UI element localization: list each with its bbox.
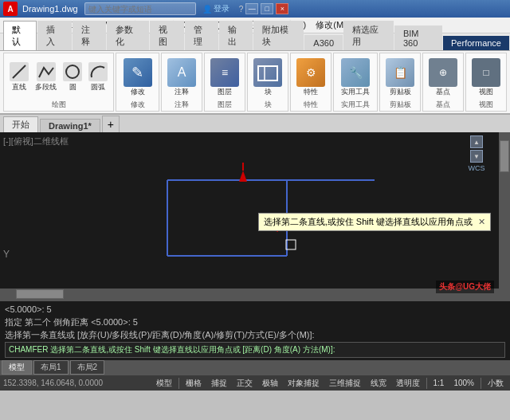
clipboard-icon: 📋 (386, 58, 414, 87)
group-props: ⚙ 特性 特性 (290, 53, 332, 112)
btn-clipboard[interactable]: 📋 剪贴板 (383, 57, 417, 99)
login-label[interactable]: 登录 (214, 3, 230, 14)
group-annotate: A 注释 注释 (161, 53, 202, 112)
group-basepoint: ⊕ 基点 基点 (422, 53, 464, 112)
btn-view[interactable]: □ 视图 (469, 57, 503, 99)
status-lw[interactable]: 线宽 (367, 378, 390, 389)
btn-annotate[interactable]: A 注释 (165, 57, 198, 99)
tab-annotate[interactable]: 注释 (73, 21, 106, 50)
btn-modify[interactable]: ✎ 修改 (121, 57, 155, 99)
status-zoom[interactable]: 1:1 (430, 379, 448, 387)
btn-layers-label: 图层 (218, 87, 232, 97)
btn-arc[interactable]: 圆弧 (86, 61, 110, 94)
group-draw-label: 绘图 (52, 100, 66, 110)
canvas-area: [-][俯视]二维线框 Y 选择第二条直线,或按住 Shift 键选择直线以应用… (0, 132, 510, 300)
circle-icon (63, 62, 82, 81)
tab-view[interactable]: 视图 (150, 21, 183, 50)
add-drawing-btn[interactable]: + (102, 116, 120, 132)
tab-output[interactable]: 输出 (219, 21, 253, 50)
nav-down[interactable]: ▼ (470, 150, 483, 163)
drawing-tab-bar: 开始 Drawing1* + (0, 115, 510, 132)
layout-tab-2[interactable]: 布局2 (70, 360, 105, 375)
tooltip-close[interactable]: ✕ (478, 217, 485, 226)
status-units[interactable]: 小数 (484, 378, 507, 389)
props-icon: ⚙ (296, 58, 325, 87)
tooltip-text: 选择第二条直线,或按住 Shift 键选择直线以应用角点或 (264, 217, 473, 226)
scrollbar-thumb-v[interactable] (500, 140, 509, 172)
layout-tab-1[interactable]: 布局1 (33, 360, 69, 375)
layout-tab-model[interactable]: 模型 (2, 360, 32, 375)
help-btn[interactable]: ? (239, 5, 244, 14)
btn-layers[interactable]: ≡ 图层 (208, 57, 241, 99)
group-block: 块 块 (247, 53, 288, 112)
btn-view-label: 视图 (479, 87, 493, 97)
svg-line-0 (13, 65, 26, 78)
tab-performance[interactable]: Performance (443, 36, 509, 50)
group-props-label: 特性 (304, 100, 318, 110)
btn-basepoint[interactable]: ⊕ 基点 (426, 57, 460, 99)
bottom-area: 模型 布局1 布局2 152.3398, 146.0648, 0.0000 模型… (0, 360, 510, 391)
status-divider-1 (178, 378, 179, 389)
group-clipboard: 📋 剪贴板 剪贴板 (379, 53, 421, 112)
tab-a360[interactable]: A360 (304, 35, 343, 50)
layers-icon: ≡ (210, 58, 239, 87)
group-utils: 🔧 实用工具 实用工具 (333, 53, 378, 112)
cmd-text-1: <5.0000>: 5 (5, 304, 52, 314)
group-view: □ 视图 视图 (465, 53, 507, 112)
btn-arc-label: 圆弧 (91, 82, 105, 92)
tab-default[interactable]: 默认 (3, 21, 37, 50)
status-3dsnap[interactable]: 三维捕捉 (326, 378, 364, 389)
status-polar[interactable]: 极轴 (259, 378, 281, 389)
cmd-line-2: 指定 第二个 倒角距离 <5.0000>: 5 (5, 316, 505, 328)
tab-bim360[interactable]: BIM 360 (394, 26, 442, 50)
btn-modify-label: 修改 (131, 87, 145, 97)
title-search-input[interactable] (84, 2, 196, 15)
btn-polyline[interactable]: 多段线 (33, 61, 59, 94)
nav-up[interactable]: ▲ (470, 135, 483, 148)
modify-icon: ✎ (124, 58, 152, 87)
btn-line[interactable]: 直线 (7, 61, 31, 94)
btn-props[interactable]: ⚙ 特性 (294, 57, 328, 99)
minimize-btn[interactable]: — (245, 3, 258, 14)
btn-block[interactable]: 块 (251, 57, 284, 99)
btn-utils[interactable]: 🔧 实用工具 (339, 57, 372, 99)
ribbon-panel: 直线 多段线 圆 圆弧 绘图 (0, 51, 510, 115)
title-filename: Drawing1.dwg (22, 4, 78, 14)
scrollbar-thumb-h[interactable] (16, 289, 64, 299)
btn-circle[interactable]: 圆 (61, 61, 84, 94)
tab-addmodule[interactable]: 附加模块 (253, 21, 304, 50)
scrollbar-vertical[interactable] (499, 132, 510, 300)
status-divider-3 (481, 378, 481, 389)
command-area: <5.0000>: 5 指定 第二个 倒角距离 <5.0000>: 5 选择第一… (0, 300, 510, 360)
layout-tab-bar: 模型 布局1 布局2 (0, 360, 510, 375)
status-ortho[interactable]: 正交 (233, 378, 256, 389)
group-draw: 直线 多段线 圆 圆弧 绘图 (3, 53, 114, 112)
scrollbar-horizontal[interactable] (0, 289, 499, 300)
group-basepoint-label: 基点 (436, 100, 450, 110)
tab-parametric[interactable]: 参数化 (107, 21, 149, 50)
ribbon-tab-bar: 默认 插入 注释 参数化 视图 管理 输出 附加模块 A360 精选应用 BIM… (0, 33, 510, 51)
status-percent[interactable]: 100% (450, 379, 477, 387)
tab-start[interactable]: 开始 (3, 116, 38, 132)
tab-featured[interactable]: 精选应用 (343, 21, 394, 50)
status-osnap[interactable]: 对象捕捉 (284, 378, 323, 389)
group-utils-label: 实用工具 (341, 100, 370, 110)
status-model[interactable]: 模型 (153, 378, 175, 389)
annotate-icon: A (167, 58, 196, 87)
nav-cube: ▲ ▼ WCS (462, 135, 491, 183)
close-btn[interactable]: × (276, 3, 288, 14)
tab-insert[interactable]: 插入 (37, 21, 71, 50)
command-input-line: CHAMFER 选择第二条直线,或按住 Shift 键选择直线以应用角点或 [距… (5, 342, 505, 358)
group-clipboard-label: 剪贴板 (390, 100, 411, 110)
btn-utils-label: 实用工具 (341, 87, 370, 97)
tab-drawing1[interactable]: Drawing1* (40, 119, 100, 132)
btn-annotate-label: 注释 (175, 87, 189, 97)
group-modify: ✎ 修改 修改 (116, 53, 159, 112)
status-grid[interactable]: 栅格 (182, 378, 205, 389)
status-trans[interactable]: 透明度 (393, 378, 423, 389)
basepoint-icon: ⊕ (429, 58, 457, 87)
svg-rect-2 (258, 66, 277, 80)
maximize-btn[interactable]: □ (261, 3, 273, 14)
tab-manage[interactable]: 管理 (185, 21, 218, 50)
status-snap[interactable]: 捕捉 (208, 378, 230, 389)
